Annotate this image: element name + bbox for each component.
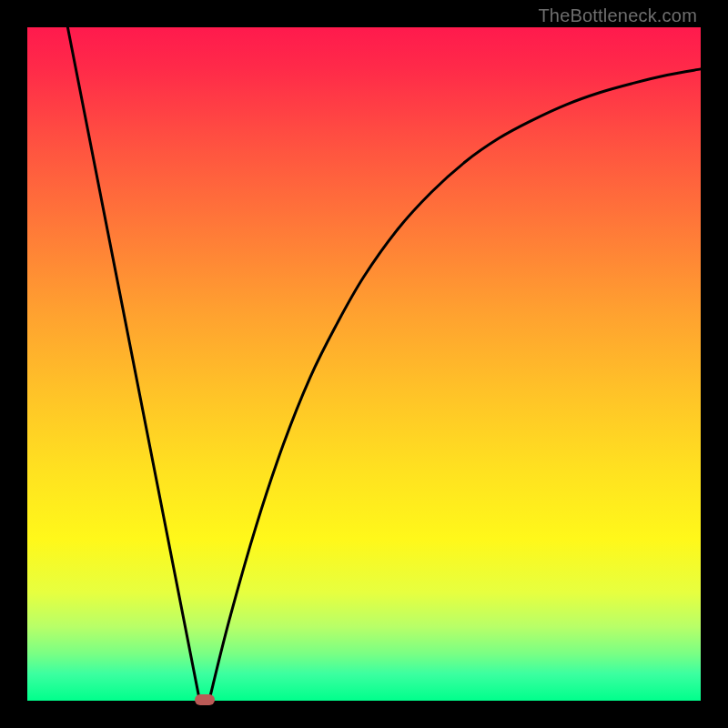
plot-area <box>27 27 701 701</box>
left-branch-path <box>67 27 199 701</box>
curve-svg <box>27 27 701 701</box>
minimum-marker <box>195 694 215 705</box>
watermark-text: TheBottleneck.com <box>538 5 697 26</box>
right-branch-path <box>209 69 701 701</box>
chart-frame: TheBottleneck.com <box>0 0 728 728</box>
